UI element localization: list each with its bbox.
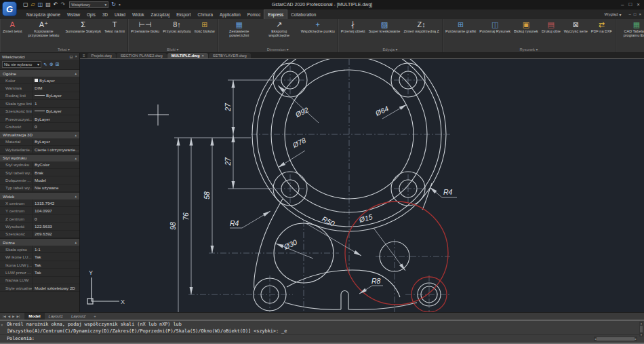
workspace-selector[interactable]: Wstążkowy ▾	[69, 1, 108, 8]
ribbon-button-zestawienie-powierzchni[interactable]: ▦Zestawienie powierzchni	[220, 20, 258, 37]
close-button[interactable]: ×	[637, 1, 640, 9]
prop-value-warstwa[interactable]: DIM	[32, 84, 79, 91]
menu-tab-narz-dzia-g-wne[interactable]: Narzędzia główne	[23, 9, 64, 19]
dock-icon[interactable]: ⊡	[69, 54, 73, 59]
document-tab-multiple-dwg[interactable]: MULTIPLE.dwg×	[167, 53, 208, 58]
command-window[interactable]: × Określ narożnik okna, podaj współczynn…	[0, 320, 644, 343]
selection-dropdown[interactable]: Nic nie wybrano ▾	[2, 61, 41, 68]
prop-value-typ-tabeli-wy[interactable]: Nie używane	[32, 185, 79, 191]
ribbon-button-por-wnanie-grafiki[interactable]: ⊞Porównanie grafiki	[445, 20, 477, 33]
close-icon[interactable]: ×	[75, 54, 77, 59]
menu-tab-application[interactable]: Application	[216, 9, 244, 19]
ribbon-button-cad-tabela-do-programu-excel[interactable]: ▦CAD Tabela do programu Excel	[618, 20, 644, 37]
scroll-left-icon[interactable]: ◀	[595, 337, 596, 341]
props-section-og-lne[interactable]: Ogólne▴	[0, 69, 79, 77]
minimize-button[interactable]: –	[621, 1, 624, 9]
prop-value-do-czenie[interactable]: Model	[32, 176, 79, 183]
prop-value-kolor[interactable]: ByLayer	[32, 77, 79, 83]
ribbon-button-eksportuj-wsp-rz-dne[interactable]: ↗Eksportuj współrzędne	[260, 20, 298, 37]
layout-tab-layout2[interactable]: Layout2	[67, 313, 89, 320]
ribbon-group-label[interactable]: Bloki ▾	[128, 47, 218, 52]
print-icon[interactable]: ▤	[45, 1, 51, 8]
command-vertical-scrollbar[interactable]: ▲ ▼	[639, 322, 643, 337]
prop-value-szeroko-linii[interactable]: ByLayer	[32, 108, 79, 115]
open-folder-icon[interactable]: ▱	[31, 1, 35, 8]
layout-tab-model[interactable]: Model	[24, 313, 44, 320]
prop-value-skala-opisu[interactable]: 1:1	[32, 246, 79, 252]
prop-value-rodzaj-linii[interactable]: ByLayer	[32, 92, 79, 99]
layout-tab-layout1[interactable]: Layout1	[45, 313, 67, 320]
ribbon-button-drukuj-obie[interactable]: ▤Drukuj obie	[541, 20, 561, 33]
prop-value-luw-przez[interactable]: Tak	[32, 269, 79, 275]
menu-tab-widok[interactable]: Widok	[129, 9, 148, 19]
drawing-canvas[interactable]: 98 76 58 27 27 Ø92 Ø64 Ø78 Ø30 R50 Ø15 R…	[80, 59, 644, 312]
menu-tab-express[interactable]: Express	[264, 9, 287, 19]
ribbon-button-wyczy-serie[interactable]: ⊠Wyczyść serie	[563, 20, 588, 33]
menu-tab-3d[interactable]: 3D	[99, 9, 111, 19]
ribbon-button-por-wnaj-rysunek[interactable]: ◫Porównaj Rysunek	[479, 20, 511, 33]
tab-list-icon[interactable]: ≡	[81, 53, 87, 58]
ribbon-button-przerwanie-bloku[interactable]: ⊢⊣Przerwanie bloku	[130, 20, 160, 33]
quick-select-icon[interactable]: ⇖	[43, 62, 47, 67]
last-tab-icon[interactable]: ▶|	[17, 315, 20, 318]
props-section-r-ne[interactable]: Różne▴	[0, 238, 79, 246]
menu-tab-wstaw[interactable]: Wstaw	[64, 9, 83, 19]
first-tab-icon[interactable]: |◀	[3, 315, 6, 318]
ribbon-button-kopiowanie-przyrostowe-tekstu[interactable]: A⁺Kopiowanie przyrostowe tekstu	[24, 20, 62, 37]
menu-tab-eksport[interactable]: Eksport	[173, 9, 194, 19]
add-layout-button[interactable]: +	[91, 314, 99, 318]
ribbon-button-super-kreskowanie[interactable]: ▨Super kreskowanie	[368, 20, 401, 33]
ribbon-button-przyrost-atrybutu[interactable]: 8↑Przyrost atrybutu	[162, 20, 192, 33]
prop-value-wy-wietlanie[interactable]: Cienie i otrzymywanie...	[32, 146, 79, 153]
menu-tab-chmura[interactable]: Chmura	[195, 9, 216, 19]
mdi-minimize-button[interactable]: –	[629, 12, 631, 16]
command-horizontal-scrollbar[interactable]: ◀ ▶	[594, 337, 637, 341]
new-file-icon[interactable]: ▢	[23, 1, 28, 8]
menu-tab-pomoc[interactable]: Pomoc	[244, 9, 264, 19]
sync-icon[interactable]: ↻	[111, 1, 116, 8]
scroll-thumb[interactable]	[597, 337, 634, 341]
ribbon-group-label[interactable]: Tabele	[616, 47, 644, 52]
zoom-plus-icon[interactable]: ⊕	[49, 62, 54, 67]
prop-value-szeroko[interactable]: 269.6392	[32, 231, 79, 237]
scroll-up-icon[interactable]: ▲	[641, 322, 642, 325]
close-icon[interactable]: ×	[201, 54, 203, 58]
mdi-close-button[interactable]: ×	[639, 12, 641, 16]
prev-tab-icon[interactable]: ◀	[8, 315, 10, 318]
more-icon[interactable]: •	[119, 1, 121, 8]
ribbon-button-wsp-rz-dne-punktu[interactable]: +Współrzędne punktu	[300, 20, 336, 33]
properties-panel-header[interactable]: Właściwości ⊡ ×	[0, 53, 79, 60]
ribbon-button-blokuj-rysunek[interactable]: ▣Blokuj rysunek	[513, 20, 539, 33]
prop-value-style-wizualne[interactable]: Model szkieletowy 2D	[32, 284, 79, 291]
next-tab-icon[interactable]: ▶	[12, 315, 14, 318]
scroll-down-icon[interactable]: ▼	[641, 333, 642, 337]
drawing-svg[interactable]: 98 76 58 27 27 Ø92 Ø64 Ø78 Ø30 R50 Ø15 R…	[80, 59, 644, 312]
ribbon-button-ilo-blok-w[interactable]: ⊞Ilość bloków	[194, 20, 216, 33]
props-section-widok[interactable]: Widok▴	[0, 192, 79, 199]
prop-value-przezroczyst[interactable]: ByLayer	[32, 115, 79, 122]
prop-value-y-centrum[interactable]: 104.0997	[32, 207, 79, 214]
ribbon-button-pdf-na-dxf[interactable]: ⇄PDF na DXF	[590, 20, 613, 33]
document-tab-projekt-dwg[interactable]: Projekt.dwg	[87, 53, 116, 58]
ribbon-button-sumowanie-statystyk[interactable]: ΣSumowanie Statystyk	[64, 20, 102, 33]
props-section-styl-wydruku[interactable]: Styl wydruku▴	[0, 154, 79, 161]
ribbon-button-przerwij-obiekt[interactable]: ∤Przerwij obiekt	[340, 20, 366, 33]
document-tab-setbylayer-dwg[interactable]: SETBYLAYER.dwg	[209, 53, 251, 58]
redo-icon[interactable]: ↷	[61, 1, 66, 8]
maximize-button[interactable]: □	[628, 1, 632, 9]
menu-tab-collaboration[interactable]: Collaboration	[287, 9, 319, 19]
prop-value-styl-tabeli-wy[interactable]: Brak	[32, 169, 79, 176]
command-line[interactable]: Polecenia:	[0, 335, 644, 341]
appearance-menu[interactable]: Wygląd ▾	[605, 12, 622, 17]
prop-value-z-centrum[interactable]: 0	[32, 215, 79, 222]
prop-value-x-centrum[interactable]: 1315.7942	[32, 199, 79, 206]
prop-value-nazwa-luw[interactable]	[32, 277, 79, 284]
prop-value-wysoko[interactable]: 122.5633	[32, 223, 79, 229]
prop-value-w-ikon-lu[interactable]: Tak	[32, 253, 79, 260]
menu-tab-zarz-dzaj[interactable]: Zarządzaj	[148, 9, 174, 19]
props-section-wizualizacja-3d[interactable]: Wizualizacja 3D▴	[0, 131, 79, 138]
ribbon-button-zmie-tekst[interactable]: AZmień tekst	[2, 20, 22, 33]
prop-value-materia[interactable]: ByLayer	[32, 138, 79, 145]
prop-value-ikona-luw-j[interactable]: Tak	[32, 261, 79, 268]
prop-value-skala-typu-linii[interactable]: 1	[32, 100, 79, 107]
